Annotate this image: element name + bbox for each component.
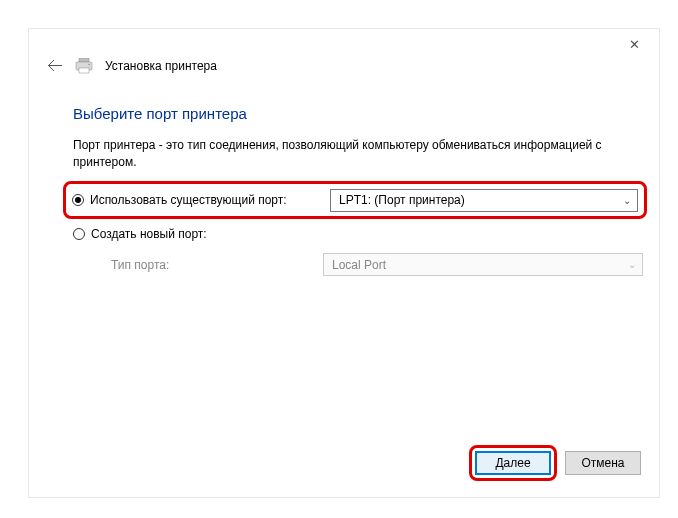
chevron-down-icon: ⌄ <box>623 195 631 206</box>
port-type-label: Тип порта: <box>111 258 323 272</box>
next-button[interactable]: Далее <box>475 451 551 475</box>
svg-point-3 <box>88 64 90 66</box>
radio-create-new-port[interactable]: Создать новый порт: <box>73 227 323 241</box>
existing-port-value: LPT1: (Порт принтера) <box>339 193 465 207</box>
radio-use-existing-label: Использовать существующий порт: <box>90 193 287 207</box>
wizard-header: 🡠 Установка принтера <box>47 57 217 75</box>
wizard-footer: Далее Отмена <box>469 445 641 481</box>
cancel-button[interactable]: Отмена <box>565 451 641 475</box>
radio-use-existing-port[interactable]: Использовать существующий порт: <box>72 193 330 207</box>
page-description: Порт принтера - это тип соединения, позв… <box>73 137 633 171</box>
row-create-new-port: Создать новый порт: <box>73 227 643 241</box>
radio-icon <box>72 194 84 206</box>
svg-rect-2 <box>79 68 89 73</box>
svg-rect-0 <box>79 58 89 62</box>
existing-port-select[interactable]: LPT1: (Порт принтера) ⌄ <box>330 189 638 212</box>
printer-install-wizard: ✕ 🡠 Установка принтера Выберите порт при… <box>28 28 660 498</box>
highlight-existing-port: Использовать существующий порт: LPT1: (П… <box>63 181 647 219</box>
close-icon[interactable]: ✕ <box>619 35 649 55</box>
radio-icon <box>73 228 85 240</box>
port-type-value: Local Port <box>332 258 386 272</box>
wizard-title: Установка принтера <box>105 59 217 73</box>
port-type-select: Local Port ⌄ <box>323 253 643 276</box>
chevron-down-icon: ⌄ <box>628 259 636 270</box>
printer-icon <box>75 58 93 74</box>
page-heading: Выберите порт принтера <box>73 105 247 122</box>
radio-create-new-label: Создать новый порт: <box>91 227 207 241</box>
back-arrow-icon[interactable]: 🡠 <box>47 57 63 75</box>
row-port-type: Тип порта: Local Port ⌄ <box>111 253 643 276</box>
highlight-next-button: Далее <box>469 445 557 481</box>
